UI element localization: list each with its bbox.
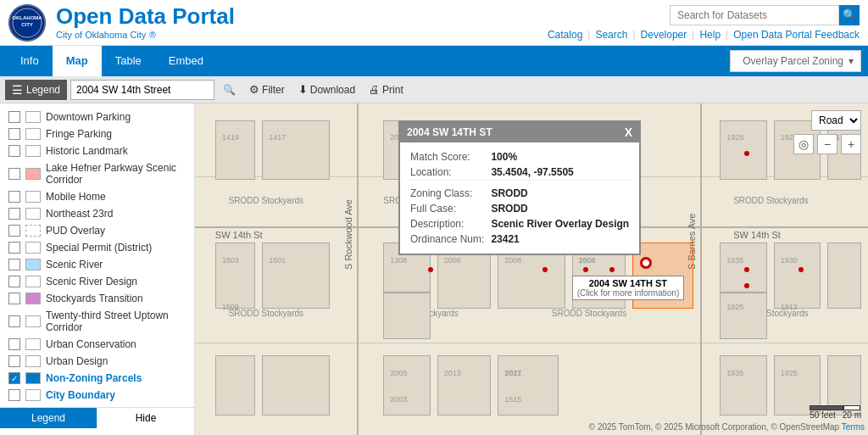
legend-item-pud-overlay[interactable]: PUD Overlay: [0, 222, 194, 239]
parcel-22: [383, 355, 431, 415]
dot-10: [744, 267, 749, 272]
header-right: 🔍 Catalog | Search | Developer | Help | …: [548, 5, 860, 41]
nav-search[interactable]: Search: [595, 29, 627, 41]
nav-catalog[interactable]: Catalog: [548, 29, 582, 41]
overlay-selector[interactable]: Overlay Parcel Zoning ▾: [730, 50, 861, 72]
popup-row-location: Location: 35.4504, -97.5505: [407, 165, 632, 181]
legend-item-urban-conservation[interactable]: Urban Conservation: [0, 336, 194, 353]
legend-checkbox-urban-conservation[interactable]: [8, 338, 20, 350]
tab-table[interactable]: Table: [102, 46, 155, 76]
site-logo: OKLAHOMA CITY: [8, 4, 46, 42]
tab-embed[interactable]: Embed: [155, 46, 217, 76]
num-23: 2013: [444, 369, 461, 377]
legend-label-historic-landmark: Historic Landmark: [46, 145, 128, 157]
legend-label-scenic-river-design: Scenic River Design: [46, 276, 137, 287]
nav-help[interactable]: Help: [699, 29, 721, 41]
parcel-1: [215, 120, 256, 180]
legend-item-lake-hefner[interactable]: Lake Hefner Parkway Scenic Corridor: [0, 159, 194, 188]
legend-checkbox-scenic-river[interactable]: [8, 259, 20, 270]
popup-title: 2004 SW 14TH ST: [407, 126, 492, 138]
legend-item-historic-landmark[interactable]: Historic Landmark: [0, 142, 194, 159]
address-search-input[interactable]: [70, 80, 214, 100]
legend-color-lake-hefner: [25, 168, 41, 180]
legend-label-urban-conservation: Urban Conservation: [46, 338, 136, 350]
selected-dot[interactable]: [640, 257, 652, 269]
legend-checkbox-mobile-home[interactable]: [8, 191, 20, 203]
num-17: 1935: [726, 256, 743, 265]
parcel-21: [262, 355, 329, 415]
legend-checkbox-downtown-parking[interactable]: [8, 111, 20, 123]
legend-checkbox-urban-design[interactable]: [8, 355, 20, 367]
legend-button[interactable]: Legend: [0, 408, 97, 428]
legend-item-non-zoning-parcels[interactable]: Non-Zoning Parcels: [0, 370, 194, 387]
legend-checkbox-historic-landmark[interactable]: [8, 145, 20, 157]
download-icon: ⬇: [298, 83, 308, 96]
map-controls: Road ◎ − +: [793, 110, 861, 154]
legend-item-mobile-home[interactable]: Mobile Home: [0, 188, 194, 205]
num-22: 2003: [390, 395, 407, 404]
legend-checkbox-northeast-23rd[interactable]: [8, 208, 20, 220]
num-2: 1417: [269, 133, 286, 142]
legend-item-city-boundary[interactable]: City Boundary: [0, 387, 194, 404]
print-button[interactable]: 🖨 Print: [364, 80, 409, 100]
zone-label-7: SRODD Stockyards: [552, 309, 626, 318]
zoom-controls-row: ◎ − +: [793, 134, 861, 154]
hide-button[interactable]: Hide: [97, 408, 194, 428]
legend-item-urban-design[interactable]: Urban Design: [0, 353, 194, 370]
legend-color-urban-design: [25, 355, 41, 367]
legend-toggle-button[interactable]: ☰ Legend: [5, 80, 67, 100]
parcel-2: [262, 120, 329, 180]
compass-button[interactable]: ◎: [793, 134, 814, 154]
search-input[interactable]: [670, 5, 839, 25]
zoom-out-button[interactable]: −: [817, 134, 837, 154]
legend-item-stockyards-transition[interactable]: Stockyards Transition: [0, 290, 194, 307]
popup-close-button[interactable]: X: [625, 125, 632, 139]
map-address-label[interactable]: 2004 SW 14TH ST (Click for more informat…: [572, 276, 685, 300]
filter-icon: ⚙: [249, 83, 259, 96]
tab-map[interactable]: Map: [53, 46, 102, 76]
legend-checkbox-lake-hefner[interactable]: [8, 168, 20, 180]
nav-feedback[interactable]: Open Data Portal Feedback: [733, 29, 860, 41]
legend-icon: ☰: [12, 83, 23, 97]
parcel-24: [498, 355, 558, 415]
tab-info[interactable]: Info: [7, 46, 53, 76]
legend-item-twenty-third-uptown[interactable]: Twenty-third Street Uptown Corridor: [0, 307, 194, 336]
legend-checkbox-fringe-parking[interactable]: [8, 128, 20, 140]
zoom-in-button[interactable]: +: [841, 134, 861, 154]
site-title: Open Data Portal: [56, 4, 548, 29]
legend-checkbox-city-boundary[interactable]: [8, 389, 20, 401]
legend-label-scenic-river: Scenic River: [46, 259, 103, 270]
legend-color-city-boundary: [25, 389, 41, 401]
search-button[interactable]: 🔍: [839, 5, 860, 25]
legend-item-scenic-river-design[interactable]: Scenic River Design: [0, 273, 194, 290]
legend-item-northeast-23rd[interactable]: Northeast 23rd: [0, 205, 194, 222]
popup-row-ordinance: Ordinance Num: 23421: [407, 231, 632, 247]
parcel-19: [827, 243, 861, 309]
legend-checkbox-special-permit[interactable]: [8, 242, 20, 254]
legend-label-non-zoning-parcels: Non-Zoning Parcels: [46, 372, 142, 384]
legend-color-pud-overlay: [25, 225, 41, 237]
terms-link[interactable]: Terms: [842, 422, 865, 432]
zone-label-5: SRODD Stockyards: [229, 309, 303, 318]
legend-item-fringe-parking[interactable]: Fringe Parking: [0, 125, 194, 142]
legend-checkbox-non-zoning-parcels[interactable]: [8, 372, 20, 384]
address-search-button[interactable]: 🔍: [218, 80, 241, 100]
legend-label-downtown-parking: Downtown Parking: [46, 111, 131, 123]
legend-color-downtown-parking: [25, 111, 41, 123]
dot-11: [744, 283, 749, 288]
download-button[interactable]: ⬇ Download: [293, 80, 360, 100]
nav-developer[interactable]: Developer: [641, 29, 687, 41]
legend-checkbox-scenic-river-design[interactable]: [8, 276, 20, 287]
svg-text:OKLAHOMA: OKLAHOMA: [12, 15, 42, 20]
legend-checkbox-twenty-third-uptown[interactable]: [8, 315, 20, 327]
legend-item-special-permit[interactable]: Special Permit (District): [0, 239, 194, 256]
legend-item-scenic-river[interactable]: Scenic River: [0, 256, 194, 273]
legend-item-downtown-parking[interactable]: Downtown Parking: [0, 109, 194, 125]
legend-checkbox-stockyards-transition[interactable]: [8, 293, 20, 304]
legend-color-non-zoning-parcels: [25, 372, 41, 384]
scale-labels: 50 feet 20 m: [810, 410, 861, 420]
filter-button[interactable]: ⚙ Filter: [244, 80, 290, 100]
map-container[interactable]: SRODD Stockyards SRODD Stockyards SRODD …: [195, 103, 868, 435]
legend-checkbox-pud-overlay[interactable]: [8, 225, 20, 237]
road-type-selector[interactable]: Road: [811, 110, 861, 131]
